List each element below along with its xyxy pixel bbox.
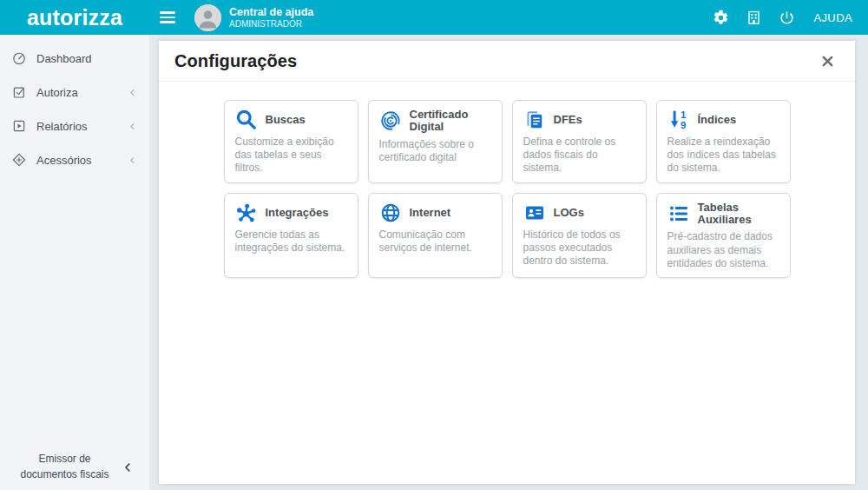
building-icon[interactable] (744, 8, 764, 28)
configuracoes-panel: Configurações Buscas Customize a exibiçã… (159, 41, 855, 484)
main-content: Configurações Buscas Customize a exibiçã… (149, 35, 868, 490)
card-title: Certificado Digital (410, 109, 491, 134)
user-title: Central de ajuda (229, 6, 313, 19)
topbar-actions: AJUDA (711, 8, 868, 28)
sidebar-item-dashboard[interactable]: Dashboard (0, 43, 149, 74)
top-header: autorizza Central de ajuda ADMINISTRADOR (0, 0, 868, 35)
card-logs[interactable]: LOGs Histórico de todos os passos execut… (512, 193, 647, 278)
list-icon (667, 202, 690, 225)
app-logo[interactable]: autorizza (27, 5, 122, 30)
card-title: Tabelas Auxiliares (698, 202, 779, 227)
card-description: Pré-cadastro de dados auxiliares as dema… (667, 230, 779, 270)
chevron-left-icon (128, 122, 137, 131)
card-title: LOGs (554, 207, 584, 219)
chevron-left-icon (128, 88, 137, 97)
logo-area: autorizza (0, 5, 149, 30)
card-indices[interactable]: 1 9 Índices Realize a reindexação dos ín… (656, 100, 791, 183)
sort-numeric-icon: 1 9 (667, 109, 690, 131)
sidebar-item-label: Relatórios (36, 120, 88, 133)
search-icon (235, 109, 258, 131)
card-title: Internet (410, 207, 451, 219)
sidebar-item-label: Acessórios (36, 154, 92, 167)
network-icon (235, 202, 258, 224)
gauge-icon (11, 50, 27, 66)
card-internet[interactable]: Internet Comunicação com serviços de int… (368, 193, 503, 278)
card-title: Integrações (266, 207, 329, 219)
card-title: DFEs (554, 114, 582, 126)
gear-icon[interactable] (711, 8, 731, 28)
sidebar: Dashboard Autoriza Relatórios (0, 35, 149, 490)
card-title: Índices (698, 114, 737, 126)
globe-icon (379, 202, 402, 224)
chevron-left-icon (128, 156, 137, 165)
menu-icon[interactable] (155, 6, 181, 29)
sidebar-item-autoriza[interactable]: Autoriza (0, 76, 149, 108)
card-description: Customize a exibição das tabelas e seus … (235, 136, 347, 175)
card-certificado-digital[interactable]: Certificado Digital Informações sobre o … (368, 100, 503, 183)
card-tabelas-auxiliares[interactable]: Tabelas Auxiliares Pré-cadastro de dados… (656, 193, 791, 278)
svg-text:9: 9 (681, 120, 686, 130)
sidebar-footer-emissor[interactable]: Emissor de documentos fiscais (0, 452, 149, 482)
avatar[interactable] (194, 4, 221, 31)
sidebar-item-label: Autoriza (36, 86, 78, 99)
power-icon[interactable] (777, 8, 797, 28)
card-title: Buscas (266, 114, 306, 126)
card-description: Realize a reindexação dos índices das ta… (667, 136, 779, 175)
close-icon[interactable] (819, 53, 836, 70)
card-description: Defina e controle os dados fiscais do si… (523, 136, 635, 175)
sidebar-footer-label: Emissor de documentos fiscais (16, 452, 114, 482)
user-text: Central de ajuda ADMINISTRADOR (229, 6, 313, 30)
card-description: Gerencie todas as integrações do sistema… (235, 228, 347, 255)
card-buscas[interactable]: Buscas Customize a exibição das tabelas … (224, 100, 358, 183)
card-dfes[interactable]: DFEs Defina e controle os dados fiscais … (512, 100, 647, 183)
card-integracoes[interactable]: Integrações Gerencie todas as integraçõe… (224, 193, 358, 278)
fingerprint-icon (379, 109, 402, 132)
card-description: Histórico de todos os passos executados … (523, 228, 635, 268)
card-description: Informações sobre o certificado digital (379, 138, 491, 164)
user-info[interactable]: Central de ajuda ADMINISTRADOR (194, 4, 313, 31)
sidebar-item-label: Dashboard (36, 52, 92, 65)
documents-icon (523, 109, 546, 131)
page-title: Configurações (174, 51, 297, 71)
panel-header: Configurações (159, 41, 855, 82)
sidebar-nav: Dashboard Autoriza Relatórios (0, 35, 149, 175)
user-role: ADMINISTRADOR (229, 19, 313, 30)
sidebar-item-relatorios[interactable]: Relatórios (0, 110, 149, 142)
check-square-icon (11, 84, 27, 100)
svg-text:1: 1 (681, 109, 686, 120)
id-card-icon (523, 202, 546, 224)
card-description: Comunicação com serviços de internet. (379, 228, 491, 255)
chevron-left-icon[interactable] (122, 461, 134, 473)
settings-card-grid: Buscas Customize a exibição das tabelas … (224, 100, 791, 278)
play-square-icon (11, 118, 27, 134)
diamond-plus-icon (11, 152, 27, 168)
help-button[interactable]: AJUDA (813, 11, 852, 24)
sidebar-item-acessorios[interactable]: Acessórios (0, 144, 149, 175)
